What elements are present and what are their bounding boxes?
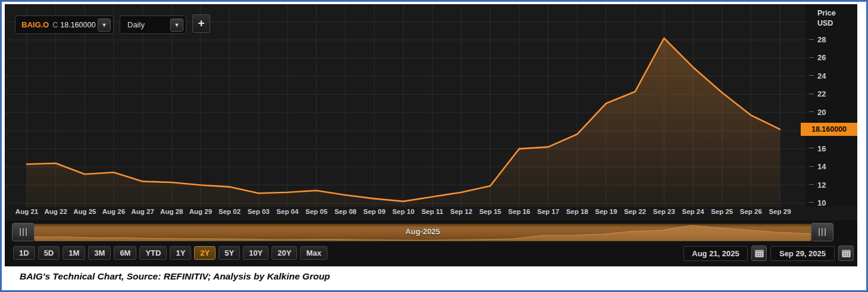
calendar-icon bbox=[755, 249, 764, 257]
interval-selector[interactable]: Daily ▼ bbox=[120, 15, 186, 34]
price-tick-label: 24 bbox=[817, 72, 826, 80]
end-date-calendar-button[interactable] bbox=[838, 246, 854, 261]
price-tick-label: 22 bbox=[817, 89, 826, 98]
range-button-1d[interactable]: 1D bbox=[13, 246, 35, 260]
scrollbar-right-handle[interactable] bbox=[811, 223, 833, 241]
date-tick-label: Sep 26 bbox=[735, 208, 766, 215]
ticker-selector[interactable]: BAIG.O C 18.160000 ▼ bbox=[15, 15, 114, 34]
date-tick-label: Sep 19 bbox=[591, 208, 622, 215]
date-tick-label: Aug 26 bbox=[98, 208, 129, 215]
price-tick-label: 12 bbox=[817, 181, 826, 190]
date-tick-label: Aug 27 bbox=[127, 208, 158, 215]
interval-dropdown-button[interactable]: ▼ bbox=[170, 18, 183, 32]
calendar-icon bbox=[842, 249, 851, 257]
date-tick-label: Sep 25 bbox=[707, 208, 738, 215]
date-range-pickers: Aug 21, 2025 Sep 29, 2025 bbox=[683, 246, 854, 261]
price-line-chart bbox=[5, 4, 805, 207]
range-button-1m[interactable]: 1M bbox=[63, 246, 85, 260]
chart-caption: BAIG's Technical Chart, Source: REFINITI… bbox=[20, 271, 330, 282]
range-button-5y[interactable]: 5Y bbox=[218, 246, 240, 260]
interval-label: Daily bbox=[127, 20, 170, 29]
range-scrollbar[interactable]: Aug-2025 bbox=[12, 223, 833, 241]
price-axis: Price USD 282624222016141210 18.160000 bbox=[805, 4, 857, 207]
scrollbar-period-label: Aug-2025 bbox=[35, 227, 811, 236]
price-chart-plot bbox=[5, 4, 805, 207]
price-tick-label: 16 bbox=[817, 144, 826, 153]
date-tick-label: Sep 16 bbox=[504, 208, 535, 215]
date-tick-label: Sep 05 bbox=[301, 208, 332, 215]
chart-panel: Price USD 282624222016141210 18.160000 B… bbox=[5, 4, 857, 266]
price-tick-label: 20 bbox=[817, 108, 826, 117]
range-button-2y[interactable]: 2Y bbox=[194, 246, 216, 260]
chart-widget-frame: Price USD 282624222016141210 18.160000 B… bbox=[0, 0, 868, 292]
date-tick-label: Sep 24 bbox=[677, 208, 708, 215]
price-tick-label: 26 bbox=[817, 53, 826, 62]
date-tick-label: Aug 22 bbox=[40, 208, 71, 215]
scrollbar-track[interactable]: Aug-2025 bbox=[35, 223, 811, 241]
date-tick-label: Sep 18 bbox=[561, 208, 592, 215]
close-prefix: C bbox=[52, 21, 58, 29]
date-tick-label: Sep 10 bbox=[388, 208, 419, 215]
scrollbar-left-handle[interactable] bbox=[12, 223, 35, 241]
date-axis: Aug 21Aug 22Aug 25Aug 26Aug 27Aug 28Aug … bbox=[5, 208, 805, 220]
date-tick-label: Sep 03 bbox=[243, 208, 274, 215]
range-button-10y[interactable]: 10Y bbox=[243, 246, 268, 260]
price-tick-label: 28 bbox=[817, 35, 826, 44]
date-tick-label: Sep 02 bbox=[214, 208, 245, 215]
range-button-5d[interactable]: 5D bbox=[38, 246, 60, 260]
last-price-badge: 18.160000 bbox=[801, 123, 857, 136]
close-price-value: 18.160000 bbox=[60, 21, 98, 29]
price-tick-label: 10 bbox=[817, 198, 826, 207]
price-axis-title: Price USD bbox=[817, 8, 836, 29]
date-tick-label: Sep 23 bbox=[648, 208, 679, 215]
date-tick-label: Sep 29 bbox=[764, 208, 795, 215]
range-button-6m[interactable]: 6M bbox=[114, 246, 136, 260]
range-button-ytd[interactable]: YTD bbox=[139, 246, 167, 260]
date-tick-label: Aug 28 bbox=[156, 208, 187, 215]
price-tick-label: 14 bbox=[817, 162, 826, 171]
date-tick-label: Sep 09 bbox=[359, 208, 390, 215]
range-button-20y[interactable]: 20Y bbox=[271, 246, 297, 260]
range-button-row: 1D5D1M3M6MYTD1Y2Y5Y10Y20YMax bbox=[13, 246, 327, 260]
date-tick-label: Sep 11 bbox=[417, 208, 448, 215]
date-tick-label: Sep 04 bbox=[272, 208, 303, 215]
date-tick-label: Aug 25 bbox=[69, 208, 100, 215]
ticker-dropdown-button[interactable]: ▼ bbox=[98, 18, 111, 32]
date-tick-label: Sep 12 bbox=[446, 208, 477, 215]
date-tick-label: Sep 08 bbox=[330, 208, 361, 215]
end-date-field[interactable]: Sep 29, 2025 bbox=[770, 246, 835, 261]
date-tick-label: Sep 15 bbox=[474, 208, 505, 215]
price-axis-title-line2: USD bbox=[817, 18, 836, 29]
start-date-field[interactable]: Aug 21, 2025 bbox=[683, 246, 748, 261]
date-tick-label: Sep 22 bbox=[620, 208, 651, 215]
range-button-3m[interactable]: 3M bbox=[88, 246, 111, 260]
date-tick-label: Aug 29 bbox=[185, 208, 216, 215]
range-button-max[interactable]: Max bbox=[300, 246, 327, 260]
start-date-calendar-button[interactable] bbox=[751, 246, 767, 261]
grip-icon bbox=[819, 228, 826, 236]
grip-icon bbox=[20, 228, 27, 236]
ticker-symbol: BAIG.O bbox=[21, 20, 49, 29]
add-chart-button[interactable]: + bbox=[192, 14, 210, 33]
price-axis-title-line1: Price bbox=[817, 8, 836, 18]
range-button-1y[interactable]: 1Y bbox=[170, 246, 191, 260]
date-tick-label: Aug 21 bbox=[11, 208, 42, 215]
date-tick-label: Sep 17 bbox=[533, 208, 564, 215]
